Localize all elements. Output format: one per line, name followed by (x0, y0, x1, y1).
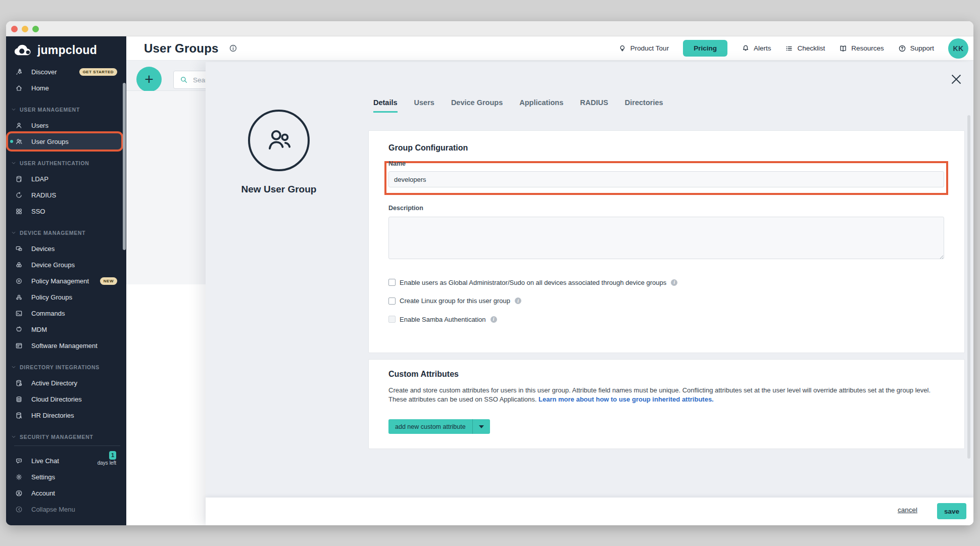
sidebar-footer: Live Chat1days leftSettingsAccountCollap… (6, 440, 126, 525)
group-configuration-title: Group Configuration (388, 143, 468, 153)
sidebar-item-label: Users (31, 122, 48, 129)
sidebar-item-label: MDM (31, 326, 47, 333)
checkbox[interactable] (388, 279, 396, 286)
add-custom-attribute-button[interactable]: add new custom attribute (388, 419, 490, 434)
nav-support[interactable]: Support (898, 44, 934, 53)
maximize-window-button[interactable] (32, 26, 39, 32)
group-name-input[interactable] (388, 171, 944, 187)
page-info-icon[interactable] (229, 44, 237, 53)
sidebar-item-commands[interactable]: Commands (6, 305, 123, 321)
window-title-bar (6, 21, 973, 36)
sidebar-section-device-management[interactable]: DEVICE MANAGEMENT (6, 225, 126, 240)
close-window-button[interactable] (11, 26, 18, 32)
sidebar-item-ldap[interactable]: LDAP (6, 171, 123, 187)
sidebar-section-directory-integrations[interactable]: DIRECTORY INTEGRATIONS (6, 360, 126, 375)
nav-resources[interactable]: Resources (839, 44, 884, 53)
sidebar-item-mdm[interactable]: MDM (6, 321, 123, 337)
tab-radius[interactable]: RADIUS (580, 98, 608, 113)
chevron-down-icon (11, 230, 16, 235)
sidebar-item-device-groups[interactable]: Device Groups (6, 257, 123, 273)
group-description-textarea[interactable] (388, 217, 944, 259)
learn-more-link[interactable]: Learn more about how to use group inheri… (538, 395, 714, 403)
sidebar-item-devices[interactable]: Devices (6, 240, 123, 257)
description-label: Description (388, 205, 423, 212)
tab-directories[interactable]: Directories (625, 98, 663, 113)
search-icon (180, 76, 188, 84)
save-button[interactable]: save (937, 503, 966, 519)
new-user-group-panel: New User Group DetailsUsersDevice Groups… (206, 62, 973, 525)
sidebar-nav: DiscoverGET STARTEDHomeUSER MANAGEMENTUs… (6, 64, 126, 444)
add-user-group-button[interactable]: + (136, 67, 162, 92)
info-icon[interactable]: i (515, 297, 521, 304)
sidebar-item-cloud-directories[interactable]: Cloud Directories (6, 391, 123, 407)
sidebar-item-home[interactable]: Home (6, 80, 123, 96)
chevron-down-icon (11, 365, 16, 370)
radius-icon (15, 191, 23, 199)
sidebar-item-account[interactable]: Account (6, 485, 123, 501)
user-avatar[interactable]: KK (948, 38, 968, 59)
sidebar-item-active-directory[interactable]: Active Directory (6, 375, 123, 391)
sidebar-item-settings[interactable]: Settings (6, 469, 123, 485)
pricing-button[interactable]: Pricing (683, 40, 727, 57)
sidebar-item-label: Software Management (31, 342, 97, 350)
nav-product-tour[interactable]: Product Tour (618, 44, 669, 53)
nav-alerts[interactable]: Alerts (742, 44, 771, 53)
option-row-1: Create Linux group for this user groupi (388, 295, 677, 307)
chat-bubble-icon (15, 457, 23, 465)
page-title: User Groups (144, 41, 219, 56)
badge-new: NEW (100, 277, 117, 285)
sidebar-item-software-management[interactable]: Software Management (6, 337, 123, 354)
info-icon[interactable]: i (671, 279, 677, 286)
sidebar-section-user-authentication[interactable]: USER AUTHENTICATION (6, 156, 126, 171)
chevron-down-icon (11, 107, 16, 112)
sidebar-item-hr-directories[interactable]: HR Directories (6, 407, 123, 423)
jumpcloud-logo: jumpcloud (6, 36, 126, 64)
sidebar-section-user-management[interactable]: USER MANAGEMENT (6, 102, 126, 117)
days-left-count: 1 (109, 451, 116, 460)
sidebar-item-collapse-menu[interactable]: Collapse Menu (6, 501, 123, 517)
active-directory-icon (15, 379, 23, 387)
tab-applications[interactable]: Applications (519, 98, 563, 113)
terminal-icon (15, 310, 23, 317)
nav-checklist[interactable]: Checklist (785, 44, 825, 53)
tab-details[interactable]: Details (373, 98, 398, 113)
bell-icon (742, 44, 750, 53)
sidebar-item-discover[interactable]: DiscoverGET STARTED (6, 64, 123, 80)
trial-days-left: 1days left (97, 451, 116, 466)
close-icon[interactable] (950, 73, 963, 86)
sidebar-item-policy-management[interactable]: Policy ManagementNEW (6, 273, 123, 289)
user-group-icon (263, 125, 295, 156)
checkbox[interactable] (388, 297, 396, 305)
custom-attributes-description: Create and store custom attributes for u… (388, 386, 947, 404)
sidebar-item-label: Policy Groups (31, 293, 72, 301)
info-icon[interactable]: i (491, 316, 497, 323)
sidebar-item-live-chat[interactable]: Live Chat1days left (6, 453, 123, 469)
sidebar-item-sso[interactable]: SSO (6, 203, 123, 219)
option-row-2: Enable Samba Authenticationi (388, 313, 677, 325)
sso-grid-icon (15, 208, 23, 215)
checkbox-label: Enable users as Global Administrator/Sud… (400, 279, 666, 286)
tab-device-groups[interactable]: Device Groups (451, 98, 503, 113)
sidebar-item-label: HR Directories (31, 412, 74, 419)
custom-attributes-title: Custom Attributes (388, 370, 459, 379)
sidebar-item-radius[interactable]: RADIUS (6, 187, 123, 203)
sidebar-item-label: LDAP (31, 175, 48, 183)
tab-users[interactable]: Users (414, 98, 434, 113)
chevron-down-icon (11, 434, 16, 439)
sidebar-item-users[interactable]: Users (6, 117, 123, 133)
top-nav-actions: Product TourPricingAlertsChecklistResour… (618, 38, 973, 59)
group-options: Enable users as Global Administrator/Sud… (388, 276, 677, 332)
sidebar-scrollbar[interactable] (123, 83, 126, 250)
name-label: Name (388, 160, 406, 167)
policy-target-icon (15, 277, 23, 285)
days-left-caption: days left (97, 460, 116, 466)
cancel-button[interactable]: cancel (898, 506, 917, 514)
dropdown-caret-icon[interactable] (473, 425, 490, 428)
sidebar-item-policy-groups[interactable]: Policy Groups (6, 289, 123, 305)
sidebar-item-label: Commands (31, 310, 65, 317)
panel-scrollbar[interactable] (967, 115, 970, 459)
sidebar-item-user-groups[interactable]: User Groups (8, 133, 121, 150)
minimize-window-button[interactable] (22, 26, 28, 32)
sidebar-item-label: Policy Management (31, 277, 89, 285)
apple-icon (15, 326, 23, 333)
